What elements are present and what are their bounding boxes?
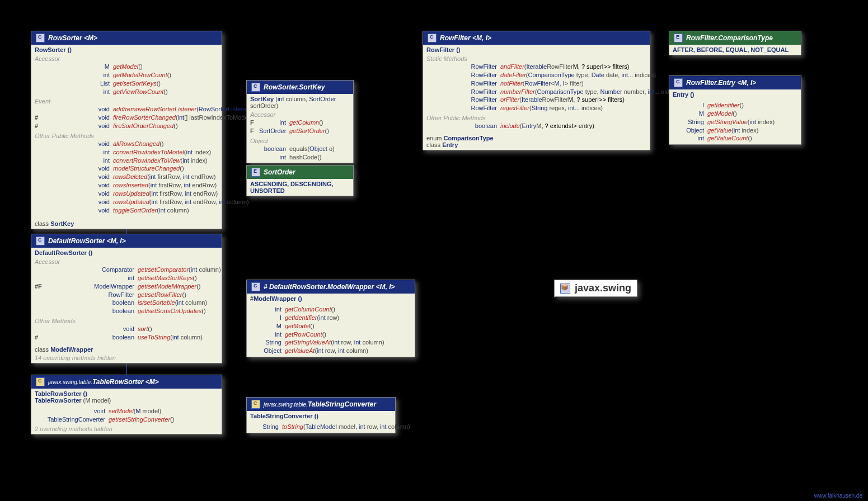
enum-icon <box>251 168 260 177</box>
method-row: StringgetStringValueAt (int row, int col… <box>250 338 411 347</box>
package-icon <box>560 283 570 294</box>
method-row: voidallRowsChanged () <box>35 140 218 148</box>
method-row: voidmodelStructureChanged () <box>35 164 218 173</box>
section-event: Event <box>35 98 218 105</box>
method-row: voidrowsUpdated (int firstRow, int endRo… <box>35 190 218 198</box>
method-row: IgetIdentifier (int row) <box>250 314 411 322</box>
method-row: intgetColumnCount () <box>250 305 411 314</box>
method-row: RowFilternotFilter (RowFilter<M, I> filt… <box>426 79 646 88</box>
method-row: intgetViewRowCount () <box>35 88 218 96</box>
method-row: #booleanuseToString (int column) <box>35 333 218 342</box>
constructor: #ModelWrapper () <box>250 295 411 302</box>
class-title: RowFilter.Entry <M, I> <box>686 79 756 87</box>
method-row: MgetModel () <box>250 322 411 330</box>
footer-credit: www.falkhausen.de <box>814 493 862 499</box>
method-row: booleaninclude (EntryM, ? extends I> ent… <box>426 122 646 130</box>
nested-class: class SortKey <box>35 220 218 227</box>
method-row: ObjectgetValue (int index) <box>673 126 797 135</box>
class-header: RowSorter <M> <box>31 31 222 45</box>
class-title: javax.swing.table.TableRowSorter <M> <box>48 378 159 386</box>
package-label: javax.swing <box>554 280 637 297</box>
enum-header: SortOrder <box>247 166 353 179</box>
class-modelwrapper: # DefaultRowSorter.ModelWrapper <M, I> #… <box>246 280 415 357</box>
enum-comparisontype: RowFilter.ComparisonType AFTER, BEFORE, … <box>669 31 801 55</box>
method-row: #voidfireRowSorterChanged (int[] lastRow… <box>35 114 218 122</box>
constructor: TableStringConverter () <box>250 413 392 419</box>
section-other: Other Methods <box>35 318 218 324</box>
enum-icon <box>674 34 683 42</box>
class-title: # DefaultRowSorter.ModelWrapper <M, I> <box>264 283 395 291</box>
method-row: voidsort () <box>35 325 218 333</box>
class-title: DefaultRowSorter <M, I> <box>48 237 126 245</box>
method-row: MgetModel () <box>673 110 797 118</box>
method-row: voidsetModel (M model) <box>35 407 218 415</box>
enum-sortorder: SortOrder ASCENDING, DESCENDING, UNSORTE… <box>246 165 354 196</box>
method-row: TableStringConverterget/setStringConvert… <box>35 415 218 424</box>
method-row: RowFilternumberFilter (ComparisonType ty… <box>426 88 646 96</box>
method-row: Comparatorget/setComparator (int column) <box>35 266 218 274</box>
constructor: RowFilter () <box>426 46 646 53</box>
method-row: voidrowsDeleted (int firstRow, int endRo… <box>35 173 218 181</box>
class-icon <box>251 83 260 92</box>
class-defaultrowsorter: DefaultRowSorter <M, I> DefaultRowSorter… <box>31 234 222 363</box>
method-row: ObjectgetValueAt (int row, int column) <box>250 347 411 355</box>
method-row: intget/setMaxSortKeys () <box>35 274 218 282</box>
class-header: DefaultRowSorter <M, I> <box>31 234 222 248</box>
class-icon <box>36 34 45 42</box>
method-row: RowFilterandFilter (IterableRowFilterM, … <box>426 63 646 71</box>
method-row: StringtoString (TableModel model, int ro… <box>250 423 392 431</box>
method-row: intgetModelRowCount () <box>35 71 218 79</box>
enum-values: ASCENDING, DESCENDING, UNSORTED <box>247 179 353 196</box>
class-header: # DefaultRowSorter.ModelWrapper <M, I> <box>247 280 415 294</box>
class-icon <box>36 377 45 386</box>
constructor: TableRowSorter () <box>35 390 218 397</box>
class-icon <box>428 34 437 42</box>
section-object: Object <box>250 138 350 144</box>
class-icon <box>36 237 45 245</box>
footer-note: 14 overriding methods hidden <box>31 355 222 363</box>
section-accessor: Accessor <box>35 258 218 265</box>
method-row: IgetIdentifier () <box>673 101 797 110</box>
method-row: intconvertRowIndexToModel (int index) <box>35 148 218 157</box>
package-name: javax.swing <box>575 282 631 294</box>
class-title: RowFilter <M, I> <box>440 34 491 42</box>
class-title: RowSorter.SortKey <box>264 83 325 91</box>
class-title: javax.swing.table.TableStringConverter <box>264 400 376 408</box>
nested-class: class ModelWrapper <box>35 346 218 353</box>
method-row: intconvertRowIndexToView (int index) <box>35 157 218 165</box>
method-row: #FModelWrapperget/setModelWrapper () <box>35 282 218 291</box>
method-row: voidrowsInserted (int firstRow, int endR… <box>35 181 218 190</box>
method-row: RowFilterregexFilter (String regex, int.… <box>426 104 646 112</box>
constructor: DefaultRowSorter () <box>35 249 218 256</box>
method-row: booleanget/setSortsOnUpdates () <box>35 307 218 315</box>
class-icon <box>251 282 260 291</box>
class-icon <box>674 78 683 87</box>
method-row: StringgetStringValue (int index) <box>673 118 797 126</box>
class-header: RowFilter.Entry <M, I> <box>669 76 801 89</box>
footer-note: 2 overriding methods hidden <box>31 426 222 434</box>
class-sortkey: RowSorter.SortKey SortKey (int column, S… <box>246 80 354 163</box>
method-row: booleanequals (Object o) <box>250 145 350 153</box>
class-header: RowFilter <M, I> <box>423 31 650 45</box>
nested-enum: enum ComparisonType <box>426 135 646 141</box>
class-header: javax.swing.table.TableRowSorter <M> <box>31 375 222 389</box>
method-row: RowFilterorFilter (IterableRowFilterM, ?… <box>426 96 646 104</box>
constructor: RowSorter () <box>35 46 218 53</box>
class-rowsorter: RowSorter <M> RowSorter () Accessor Mget… <box>31 31 222 229</box>
method-row: #voidfireSortOrderChanged () <box>35 122 218 130</box>
method-row: Listget/setSortKeys () <box>35 79 218 88</box>
class-rowfilter: RowFilter <M, I> RowFilter () Static Met… <box>423 31 650 150</box>
enum-title: SortOrder <box>264 168 295 176</box>
method-row: voidrowsUpdated (int firstRow, int endRo… <box>35 198 218 206</box>
class-header: javax.swing.table.TableStringConverter <box>247 398 395 411</box>
section-accessor: Accessor <box>250 111 350 118</box>
class-title: RowSorter <M> <box>48 34 97 42</box>
nested-class: class Entry <box>426 141 646 148</box>
class-icon <box>251 400 260 409</box>
method-row: inthashCode () <box>250 153 350 162</box>
class-entry: RowFilter.Entry <M, I> Entry () IgetIden… <box>669 75 801 145</box>
enum-values: AFTER, BEFORE, EQUAL, NOT_EQUAL <box>669 45 801 55</box>
constructor: TableRowSorter (M model) <box>35 397 218 404</box>
method-row: intgetRowCount () <box>250 330 411 339</box>
section-public: Other Public Methods <box>35 133 218 139</box>
